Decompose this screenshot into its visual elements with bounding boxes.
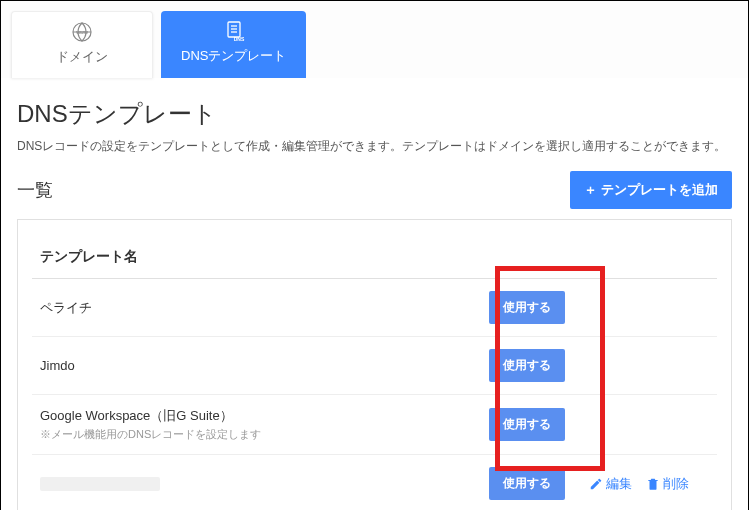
template-name: Google Workspace（旧G Suite） (40, 407, 477, 425)
svg-text:www: www (75, 29, 88, 35)
add-template-button[interactable]: ＋テンプレートを追加 (570, 171, 732, 209)
tab-domain[interactable]: www ドメイン (11, 11, 153, 78)
tab-dns-label: DNSテンプレート (181, 48, 286, 63)
template-name: Jimdo (40, 358, 477, 373)
page-description: DNSレコードの設定をテンプレートとして作成・編集管理ができます。テンプレートは… (17, 138, 732, 155)
svg-text:DNS: DNS (233, 36, 244, 42)
column-header-name: テンプレート名 (32, 234, 717, 279)
use-button[interactable]: 使用する (489, 467, 565, 500)
delete-link[interactable]: 削除 (646, 475, 689, 493)
template-subnote: ※メール機能用のDNSレコードを設定します (40, 427, 477, 442)
page-header: DNSテンプレート DNSレコードの設定をテンプレートとして作成・編集管理ができ… (1, 78, 748, 155)
edit-link[interactable]: 編集 (589, 475, 632, 493)
trash-icon (646, 477, 660, 491)
delete-label: 削除 (663, 475, 689, 493)
page-title: DNSテンプレート (17, 98, 732, 130)
templates-table: テンプレート名 ペライチ 使用する Jimdo 使用する Google Work… (17, 219, 732, 510)
tabs: www ドメイン DNS DNSテンプレート (1, 1, 748, 78)
use-button[interactable]: 使用する (489, 291, 565, 324)
table-row: ペライチ 使用する (32, 279, 717, 337)
list-header: 一覧 ＋テンプレートを追加 (1, 171, 748, 219)
table-row: 使用する 編集 削除 (32, 455, 717, 510)
use-button[interactable]: 使用する (489, 349, 565, 382)
pencil-icon (589, 477, 603, 491)
plus-icon: ＋ (584, 182, 597, 197)
tab-domain-label: ドメイン (56, 49, 108, 64)
use-button[interactable]: 使用する (489, 408, 565, 441)
dns-file-icon: DNS (222, 19, 246, 43)
globe-icon: www (70, 20, 94, 44)
table-row: Google Workspace（旧G Suite） ※メール機能用のDNSレコ… (32, 395, 717, 455)
section-heading: 一覧 (17, 178, 53, 202)
edit-label: 編集 (606, 475, 632, 493)
tab-dns-templates[interactable]: DNS DNSテンプレート (161, 11, 306, 78)
table-row: Jimdo 使用する (32, 337, 717, 395)
template-name-redacted (40, 477, 160, 491)
template-name: ペライチ (40, 299, 477, 317)
add-template-label: テンプレートを追加 (601, 182, 718, 197)
